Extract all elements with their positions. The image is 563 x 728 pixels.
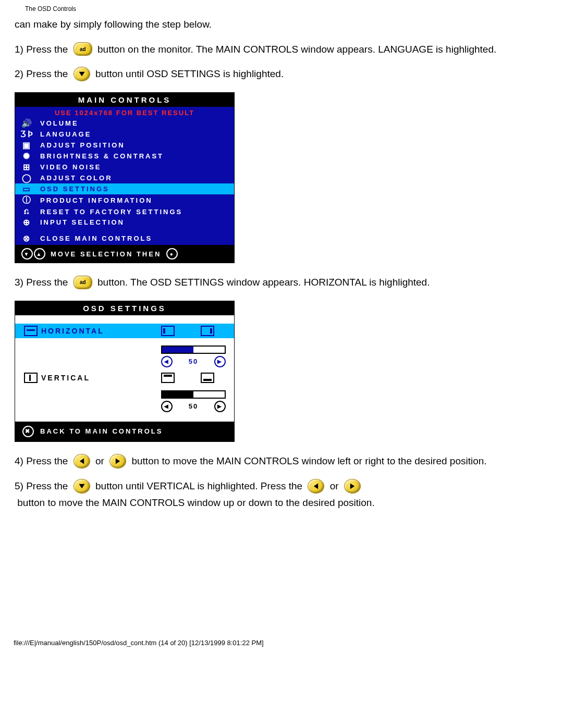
left-arrow-button-icon: [74, 454, 90, 468]
step1-part-a: 1) Press the: [15, 43, 71, 56]
info-icon: ⓘ: [21, 195, 33, 206]
horizontal-slider: [161, 346, 226, 354]
down-arrow-button-icon: [74, 479, 90, 493]
page-header-small: The OSD Controls: [25, 5, 548, 13]
osd2-row-horizontal: HORIZONTAL: [15, 324, 234, 338]
vertical-label: VERTICAL: [41, 373, 161, 382]
up-circle-icon: ▲: [34, 248, 45, 260]
osd-item-close: ⊗CLOSE MAIN CONTROLS: [15, 233, 234, 244]
down-arrow-icon: [74, 67, 90, 81]
osd-item-osd-settings: ▭OSD SETTINGS: [15, 183, 234, 194]
osd2-back: ✖ BACK TO MAIN CONTROLS: [15, 422, 234, 441]
osd-title: MAIN CONTROLS: [15, 93, 234, 107]
osd-item-volume: 🔊VOLUME: [15, 118, 234, 129]
step1-part-b: button on the monitor. The MAIN CONTROLS…: [95, 43, 497, 56]
position-icon: ▣: [21, 140, 33, 150]
osd-item-language: ƷϷLANGUAGE: [15, 129, 234, 140]
osd-item-video-noise: ⊞VIDEO NOISE: [15, 162, 234, 172]
osd-settings-icon: ▭: [21, 184, 33, 194]
step2-part-b: button until OSD SETTINGS is highlighted…: [93, 67, 284, 81]
back-icon: ✖: [22, 426, 34, 437]
h-right-icon: [201, 326, 214, 336]
step-1: 1) Press the ad button on the monitor. T…: [15, 43, 548, 56]
step4-a: 4) Press the: [15, 454, 71, 468]
h-left-icon: [161, 326, 175, 336]
ok-button-icon: ad: [74, 276, 92, 289]
osd2-row-vertical: VERTICAL: [15, 368, 234, 383]
svg-marker-2: [116, 458, 120, 464]
vertical-icon: [20, 373, 41, 383]
step4-or: or: [93, 454, 107, 468]
osd2-h-slider-row: ◀ 50 ▶: [15, 338, 234, 368]
ok-circle-icon: ●: [166, 248, 178, 260]
osd-item-brightness: ✺BRIGHTNESS & CONTRAST: [15, 151, 234, 162]
page-footer: file:///E|/manual/english/150P/osd/osd_c…: [0, 636, 563, 650]
osd-footer: ▼ ▲ MOVE SELECTION THEN ●: [15, 245, 234, 263]
left-arrow-button-icon: [308, 479, 324, 493]
step3-part-b: button. The OSD SETTINGS window appears.…: [95, 276, 430, 289]
svg-marker-1: [80, 458, 84, 464]
horizontal-range-icons: [161, 326, 229, 336]
step-4: 4) Press the or button to move the MAIN …: [15, 454, 548, 468]
step3-part-a: 3) Press the: [15, 276, 71, 289]
volume-icon: 🔊: [21, 118, 33, 128]
down-circle-icon: ▼: [21, 248, 33, 260]
osd-item-product-info: ⓘPRODUCT INFORMATION: [15, 194, 234, 206]
vertical-range-icons: [161, 373, 229, 383]
horizontal-label: HORIZONTAL: [41, 326, 161, 335]
osd-item-reset: ⎌RESET TO FACTORY SETTINGS: [15, 206, 234, 217]
step5-a: 5) Press the: [15, 479, 71, 493]
left-arrow-icon: ◀: [161, 401, 173, 412]
svg-marker-4: [314, 483, 318, 489]
osd-item-adjust-color: ◯ADJUST COLOR: [15, 172, 234, 183]
horizontal-value: 50: [189, 357, 198, 365]
step5-or: or: [327, 479, 341, 493]
osd-item-input-selection: ⊕INPUT SELECTION: [15, 217, 234, 228]
step4-b: button to move the MAIN CONTROLS window …: [129, 454, 486, 468]
ok-button-icon: ad: [74, 43, 92, 55]
brightness-icon: ✺: [21, 151, 33, 161]
svg-marker-0: [79, 72, 84, 76]
osd-subtitle: USE 1024x768 FOR BEST RESULT: [15, 107, 234, 118]
vertical-slider: [161, 390, 226, 399]
close-icon: ⊗: [21, 233, 33, 243]
v-bot-icon: [201, 373, 214, 383]
intro-text: can make by simply following the step be…: [15, 18, 548, 31]
svg-marker-5: [350, 483, 354, 489]
right-arrow-icon: ▶: [214, 356, 226, 367]
step5-c: button to move the MAIN CONTROLS window …: [15, 496, 375, 510]
step2-part-a: 2) Press the: [15, 67, 71, 81]
vertical-value: 50: [189, 402, 198, 410]
right-arrow-button-icon: [345, 479, 360, 493]
noise-icon: ⊞: [21, 162, 33, 172]
osd2-v-slider-row: ◀ 50 ▶: [15, 383, 234, 413]
nav-glyphs: ▼ ▲: [21, 248, 45, 260]
osd-item-adjust-position: ▣ADJUST POSITION: [15, 140, 234, 151]
color-icon: ◯: [21, 173, 33, 183]
left-arrow-icon: ◀: [161, 356, 173, 367]
step-3: 3) Press the ad button. The OSD SETTINGS…: [15, 276, 548, 289]
v-top-icon: [161, 373, 175, 383]
horizontal-icon: [20, 326, 41, 336]
svg-marker-3: [79, 484, 84, 488]
step5-b: button until VERTICAL is highlighted. Pr…: [93, 479, 305, 493]
reset-icon: ⎌: [21, 207, 33, 216]
right-arrow-button-icon: [110, 454, 126, 468]
right-arrow-icon: ▶: [214, 401, 226, 412]
input-icon: ⊕: [21, 217, 33, 227]
step-2: 2) Press the button until OSD SETTINGS i…: [15, 67, 548, 81]
step-5: 5) Press the button until VERTICAL is hi…: [15, 479, 548, 510]
osd2-title: OSD SETTINGS: [15, 301, 234, 315]
language-icon: ƷϷ: [21, 129, 33, 139]
osd-settings-panel: OSD SETTINGS HORIZONTAL ◀ 50 ▶ VER: [15, 301, 235, 442]
main-controls-osd: MAIN CONTROLS USE 1024x768 FOR BEST RESU…: [15, 92, 235, 263]
